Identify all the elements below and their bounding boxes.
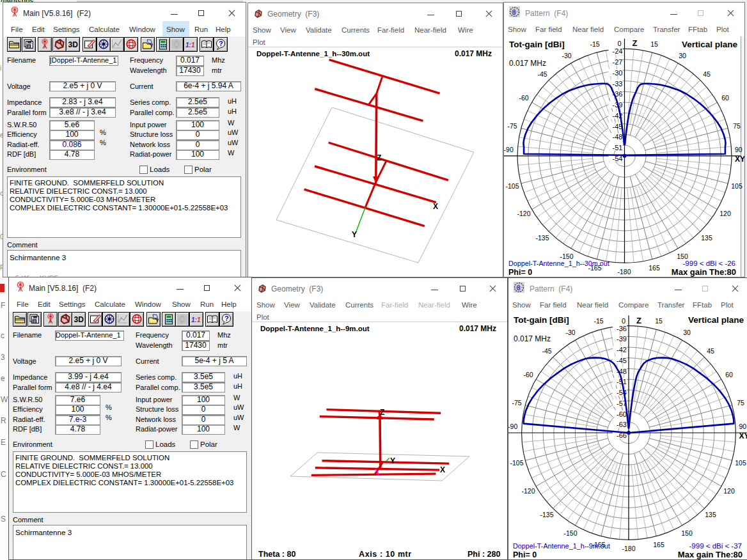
svg-text:-150: -150 [563, 529, 577, 537]
svg-text:-60: -60 [519, 94, 528, 102]
svg-text:-75: -75 [512, 399, 521, 407]
svg-text:?: ? [224, 315, 229, 322]
svg-text:-36: -36 [617, 325, 627, 332]
svg-text:-15: -15 [594, 317, 603, 325]
svg-text:-90: -90 [504, 146, 514, 153]
svg-text:-42: -42 [617, 346, 627, 354]
svg-text:XY: XY [735, 155, 745, 164]
svg-text:-60: -60 [617, 410, 627, 418]
svg-text:XY: XY [739, 432, 747, 440]
svg-text:45: 45 [707, 347, 714, 355]
svg-text:-45: -45 [542, 347, 551, 355]
svg-text:75: 75 [737, 399, 744, 407]
svg-text:-60: -60 [523, 371, 533, 378]
svg-text:-39: -39 [617, 335, 627, 343]
svg-text:Z: Z [636, 316, 641, 325]
svg-text:135: 135 [705, 511, 716, 518]
svg-text:?: ? [219, 40, 223, 47]
svg-text:-45: -45 [537, 70, 547, 78]
svg-text:45: 45 [703, 70, 711, 78]
svg-text:-45: -45 [617, 357, 627, 364]
svg-text:-15: -15 [590, 40, 599, 48]
svg-text:15: 15 [655, 317, 663, 325]
svg-text:-48: -48 [613, 133, 623, 141]
svg-text:75: 75 [733, 122, 741, 130]
svg-text:-30: -30 [613, 69, 623, 77]
svg-text:120: 120 [719, 210, 731, 217]
svg-text:-120: -120 [517, 210, 530, 217]
svg-text:-180: -180 [622, 545, 635, 552]
svg-text:-75: -75 [507, 122, 517, 130]
svg-text:-90: -90 [508, 423, 517, 430]
svg-text:-27: -27 [613, 58, 623, 66]
svg-text:-63: -63 [617, 421, 627, 428]
svg-text:-24: -24 [613, 47, 623, 55]
svg-text:3D: 3D [68, 40, 79, 49]
svg-text:-105: -105 [510, 459, 523, 467]
svg-text:150: 150 [681, 529, 693, 537]
svg-text:-135: -135 [535, 234, 549, 242]
svg-text:90: 90 [735, 146, 743, 153]
svg-text:105: 105 [731, 182, 743, 190]
svg-text:1:1: 1:1 [191, 316, 201, 323]
svg-text:105: 105 [735, 459, 746, 467]
svg-text:120: 120 [723, 487, 735, 495]
svg-text:Z: Z [633, 38, 638, 48]
svg-text:-180: -180 [617, 268, 631, 276]
svg-text:15: 15 [650, 40, 658, 48]
svg-text:60: 60 [725, 371, 733, 378]
svg-text:30: 30 [683, 329, 691, 336]
svg-text:-33: -33 [613, 80, 623, 88]
svg-text:-30: -30 [562, 52, 571, 59]
svg-text:-105: -105 [505, 182, 519, 190]
svg-text:-135: -135 [540, 511, 553, 518]
svg-text:30: 30 [679, 52, 686, 59]
svg-text:-51: -51 [613, 144, 623, 152]
svg-text:3D: 3D [74, 315, 84, 324]
svg-text:90: 90 [739, 423, 746, 430]
svg-text:-120: -120 [521, 487, 535, 495]
svg-text:-30: -30 [565, 329, 575, 336]
svg-text:0: 0 [622, 317, 625, 325]
svg-text:0: 0 [617, 40, 621, 47]
svg-text:1:1: 1:1 [185, 42, 195, 49]
svg-text:60: 60 [721, 94, 729, 102]
svg-text:135: 135 [701, 234, 712, 242]
